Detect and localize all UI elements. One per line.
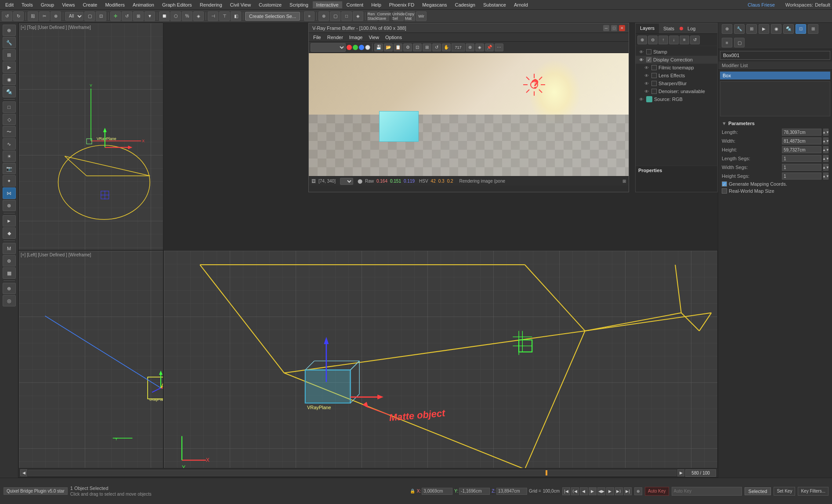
percent-snap-btn[interactable]: % (182, 11, 192, 21)
timeline-scroll-left[interactable]: ◀ (20, 469, 27, 476)
menu-substance[interactable]: Substance (480, 1, 510, 8)
vray-color-mode[interactable]: RGB color (311, 43, 346, 52)
layer-sharpen-eye[interactable]: 👁 (644, 80, 650, 86)
menu-civil-view[interactable]: Civil View (227, 1, 254, 8)
menu-phoenix[interactable]: Phoenix FD (386, 1, 418, 8)
vray-reset-btn[interactable]: ↺ (432, 43, 441, 51)
render-tools-btn[interactable]: ▦ (3, 267, 16, 279)
unlink-btn[interactable]: ✂ (39, 11, 50, 21)
select-filter-dropdown[interactable]: All (65, 12, 83, 21)
param-wsegs-spinner[interactable]: ▲▼ (823, 164, 828, 171)
renstack-btn[interactable]: Ren Stack (367, 11, 378, 21)
layer-lens-eye[interactable]: 👁 (644, 72, 650, 79)
key-search-input[interactable] (672, 487, 742, 496)
layer-filmic-cb[interactable] (651, 65, 657, 70)
layer-remove-btn[interactable]: ⊖ (648, 36, 658, 44)
select-btn[interactable]: ▢ (84, 11, 95, 21)
pb-play-btn[interactable]: ▶ (589, 487, 597, 495)
right-btn3[interactable]: ≡ (722, 38, 732, 47)
layer-sharpen-cb[interactable] (651, 81, 657, 86)
menu-interactive[interactable]: Interactive (313, 1, 342, 8)
lights-btn[interactable]: ☀ (3, 151, 16, 162)
layer-stamp-cb[interactable] (646, 49, 651, 54)
view-btn[interactable]: ▢ (330, 11, 340, 21)
auto-key-btn[interactable]: Auto Key (645, 487, 669, 496)
vray-green-channel[interactable] (353, 45, 358, 50)
layer-dc-cb[interactable]: ✓ (646, 57, 651, 62)
undo-btn[interactable]: ↺ (2, 11, 12, 21)
layer-down-btn[interactable]: ↓ (669, 36, 679, 44)
pb-first-btn[interactable]: |◀ (562, 487, 570, 495)
rotate-btn[interactable]: ↺ (122, 11, 132, 21)
viewport-top[interactable]: [+] [Top] [User Defined ] [Wireframe] X … (18, 23, 163, 250)
menu-content[interactable]: Content (343, 1, 367, 8)
modify-panel-btn[interactable]: 🔧 (734, 24, 745, 34)
menu-megascans[interactable]: Megascans (419, 1, 450, 8)
pb-next-btn[interactable]: ▶ (606, 487, 614, 495)
vray-compare-btn[interactable]: ⊡ (413, 43, 422, 51)
extra-btn1[interactable]: ⊕ (3, 283, 16, 294)
scale-type-btn[interactable]: ▼ (145, 11, 155, 21)
viewport-left[interactable]: [+] [Left] [User Defined ] [Wireframe] Y… (18, 250, 163, 478)
layer-denoiser-cb[interactable] (651, 89, 657, 94)
compound-obj-btn[interactable]: ◇ (3, 114, 16, 125)
menu-create[interactable]: Create (79, 1, 101, 8)
vray-blue-channel[interactable] (359, 45, 364, 50)
vray-load-btn[interactable]: 📂 (384, 43, 393, 51)
param-width-value[interactable]: 81,4873cm (782, 137, 821, 144)
param-width-spinner[interactable]: ▲▼ (823, 137, 828, 144)
layer-denoiser-eye[interactable]: 👁 (644, 88, 650, 94)
layer-source-eye[interactable]: 👁 (638, 96, 644, 102)
link-btn[interactable]: ⛓ (28, 11, 38, 21)
layer-lens[interactable]: 👁 Lens Effects (641, 72, 717, 79)
menu-cadesign[interactable]: Cadesign (452, 1, 479, 8)
add-time-tag-btn[interactable]: ⊕ (634, 487, 642, 495)
redo-btn[interactable]: ↻ (13, 11, 24, 21)
menu-help[interactable]: Help (368, 1, 385, 8)
menu-customize[interactable]: Customize (255, 1, 285, 8)
vray-menu-options[interactable]: Options (383, 34, 405, 41)
param-height-value[interactable]: 59,7327cm (782, 146, 821, 153)
set-key-btn[interactable]: Set Key (774, 487, 795, 496)
select-region-btn[interactable]: ⊡ (96, 11, 106, 21)
align-btn[interactable]: ⊤ (219, 11, 230, 21)
right-btn1[interactable]: ⊡ (796, 24, 806, 34)
vray-region-btn[interactable]: ⊞ (423, 43, 431, 51)
systems-btn[interactable]: ⊗ (3, 200, 16, 211)
vray-pixel-dropdown[interactable]: 1x1 (340, 178, 353, 185)
pb-last-btn[interactable]: ▶| (624, 487, 632, 495)
vray-stereo-btn[interactable]: ◈ (475, 43, 484, 51)
param-wsegs-value[interactable]: 1 (782, 164, 821, 171)
hierarchy-btn[interactable]: ⊞ (3, 49, 16, 61)
motion-panel-btn[interactable]: ▶ (759, 24, 769, 34)
layer-source[interactable]: 👁 Source: RGB (636, 95, 717, 103)
param-length-spinner[interactable]: ▲▼ (823, 129, 828, 136)
layer-filmic-eye[interactable]: 👁 (644, 65, 650, 71)
vray-red-channel[interactable] (347, 45, 352, 50)
wir-btn[interactable]: Wir (416, 11, 427, 21)
vray-extra-btn[interactable]: ⊕ (466, 43, 474, 51)
menu-graph-editors[interactable]: Graph Editors (159, 1, 195, 8)
object-name-field[interactable]: Box001 (720, 51, 830, 60)
bind-btn[interactable]: ⊕ (51, 11, 61, 21)
display-btn[interactable]: ◉ (3, 74, 16, 85)
menu-modifiers[interactable]: Modifiers (101, 1, 128, 8)
pb-prev-key-btn[interactable]: ⟨◀ (571, 487, 579, 495)
key-filters-btn[interactable]: Key Filters... (798, 487, 828, 496)
render-btn[interactable]: ◈ (353, 11, 363, 21)
vray-pin-btn[interactable]: 📌 (485, 43, 494, 51)
copy-mat-btn[interactable]: Copy Mat (405, 11, 415, 21)
create-mode-btn[interactable]: ⊕ (3, 25, 16, 36)
vray-history-btn[interactable]: 📋 (394, 43, 402, 51)
right-btn2[interactable]: ⊞ (808, 24, 818, 34)
menu-group[interactable]: Group (37, 1, 58, 8)
tab-layers[interactable]: Layers (636, 24, 659, 33)
layer-settings-btn[interactable]: ≡ (680, 36, 689, 44)
unhide-sel-btn[interactable]: Unhide Sel (393, 11, 404, 21)
layer-reset-btn[interactable]: ↺ (690, 36, 700, 44)
layer-sharpen[interactable]: 👁 Sharpen/Blur (641, 79, 717, 87)
vray-menu-file[interactable]: File (311, 34, 324, 41)
param-lsegs-spinner[interactable]: ▲▼ (823, 155, 828, 162)
layer-display-correction[interactable]: 👁 ✓ Display Correction (636, 56, 717, 64)
right-btn4[interactable]: ▢ (734, 38, 745, 47)
